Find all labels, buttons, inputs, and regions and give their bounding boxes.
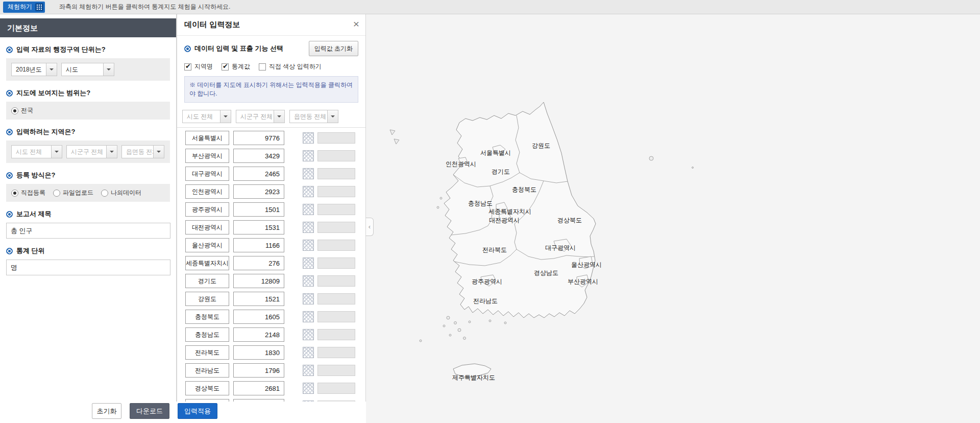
radio-icon[interactable]	[101, 190, 108, 197]
color-swatch[interactable]	[317, 240, 355, 251]
region-value-input[interactable]	[233, 381, 284, 395]
region-value-input[interactable]	[233, 167, 284, 181]
region-name-input[interactable]	[185, 327, 229, 342]
pattern-swatch[interactable]	[303, 275, 314, 287]
radio-icon[interactable]	[11, 190, 18, 197]
color-swatch[interactable]	[317, 168, 355, 179]
display-option[interactable]: 직접 색상 입력하기	[259, 62, 322, 71]
pattern-swatch[interactable]	[303, 222, 314, 233]
region-name-input[interactable]	[185, 274, 229, 288]
color-swatch[interactable]	[317, 150, 355, 161]
region-value-input[interactable]	[233, 310, 284, 324]
checkbox-icon[interactable]	[222, 63, 229, 70]
question-admin-unit: 입력 자료의 행정구역 단위는?	[6, 45, 170, 54]
pattern-swatch[interactable]	[303, 383, 314, 394]
radio-file-upload[interactable]: 파일업로드	[53, 189, 93, 197]
sigungu-select[interactable]: 시군구 전체	[66, 145, 117, 158]
dropdown-arrow-icon	[103, 63, 114, 76]
color-swatch[interactable]	[317, 311, 355, 322]
region-name-input[interactable]	[185, 292, 229, 306]
region-name-input[interactable]	[185, 220, 229, 234]
stat-unit-input[interactable]	[6, 260, 170, 275]
region-name-input[interactable]	[185, 381, 229, 395]
pattern-swatch[interactable]	[303, 150, 314, 161]
checkbox-icon[interactable]	[259, 63, 266, 70]
filter-eupmyeondong-select[interactable]: 읍면동 전체	[289, 110, 338, 123]
radio-direct-register[interactable]: 직접등록	[11, 189, 45, 197]
close-icon[interactable]: ×	[353, 18, 359, 29]
region-value-input[interactable]	[233, 149, 284, 163]
color-swatch[interactable]	[317, 222, 355, 233]
eupmyeondong-select[interactable]: 읍면동 전체	[121, 145, 164, 158]
reset-input-values-button[interactable]: 입력값 초기화	[309, 41, 358, 56]
region-value-input[interactable]	[233, 202, 284, 217]
region-name-input[interactable]	[185, 238, 229, 252]
color-swatch[interactable]	[317, 347, 355, 358]
pattern-swatch[interactable]	[303, 168, 314, 179]
question-admin-unit-label: 입력 자료의 행정구역 단위는?	[16, 45, 106, 54]
apply-input-button[interactable]: 입력적용	[178, 403, 217, 419]
region-name-input[interactable]	[185, 184, 229, 199]
region-data-row	[185, 202, 363, 217]
pattern-swatch[interactable]	[303, 186, 314, 197]
region-value-input[interactable]	[233, 220, 284, 234]
year-select[interactable]: 2018년도	[11, 63, 57, 76]
pattern-swatch[interactable]	[303, 204, 314, 215]
pattern-swatch[interactable]	[303, 347, 314, 358]
pattern-swatch[interactable]	[303, 240, 314, 251]
panel-collapse-handle[interactable]: ‹	[366, 218, 374, 236]
color-swatch[interactable]	[317, 383, 355, 394]
region-value-input[interactable]	[233, 327, 284, 342]
region-name-input[interactable]	[185, 256, 229, 270]
region-value-input[interactable]	[233, 274, 284, 288]
pattern-swatch[interactable]	[303, 329, 314, 340]
try-service-button[interactable]: 체험하기	[3, 2, 45, 13]
map-area[interactable]: 강원도서울특별시인천광역시경기도충청북도충청남도세종특별자치시대전광역시경상북도…	[366, 14, 980, 423]
radio-icon[interactable]	[53, 190, 60, 197]
region-name-input[interactable]	[185, 310, 229, 324]
reset-button[interactable]: 초기화	[92, 403, 121, 419]
region-value-input[interactable]	[233, 345, 284, 360]
region-name-input[interactable]	[185, 363, 229, 378]
pattern-swatch[interactable]	[303, 257, 314, 269]
display-option[interactable]: 지역명	[184, 62, 213, 71]
pattern-swatch[interactable]	[303, 365, 314, 376]
region-name-input[interactable]	[185, 167, 229, 181]
display-option[interactable]: 통계값	[222, 62, 250, 71]
admin-level-select[interactable]: 시도	[61, 63, 114, 76]
color-swatch[interactable]	[317, 329, 355, 340]
color-swatch[interactable]	[317, 275, 355, 287]
region-value-input[interactable]	[233, 363, 284, 378]
region-value-input[interactable]	[233, 292, 284, 306]
region-name-input[interactable]	[185, 202, 229, 217]
region-value-input[interactable]	[233, 131, 284, 145]
pattern-swatch[interactable]	[303, 311, 314, 322]
color-swatch[interactable]	[317, 257, 355, 269]
region-name-input[interactable]	[185, 149, 229, 163]
color-swatch[interactable]	[317, 365, 355, 376]
color-swatch[interactable]	[317, 293, 355, 304]
grid-menu-icon	[35, 3, 43, 11]
pattern-swatch[interactable]	[303, 293, 314, 304]
region-name-input[interactable]	[185, 131, 229, 145]
sido-select[interactable]: 시도 전체	[11, 145, 62, 158]
radio-icon[interactable]	[11, 107, 18, 114]
radio-nationwide[interactable]: 전국	[11, 106, 33, 115]
region-value-input[interactable]	[233, 238, 284, 252]
bullet-icon	[6, 172, 13, 179]
report-title-input[interactable]	[6, 223, 170, 239]
region-value-input[interactable]	[233, 256, 284, 270]
download-button[interactable]: 다운로드	[130, 403, 169, 419]
radio-my-data[interactable]: 나의데이터	[101, 189, 141, 197]
color-swatch[interactable]	[317, 186, 355, 197]
filter-sigungu-select[interactable]: 시군구 전체	[236, 110, 285, 123]
checkbox-icon[interactable]	[184, 63, 191, 70]
filter-sido-select[interactable]: 시도 전체	[182, 110, 231, 123]
bullet-icon	[6, 46, 13, 53]
pattern-swatch[interactable]	[303, 132, 314, 144]
color-swatch[interactable]	[317, 132, 355, 144]
color-swatch[interactable]	[317, 204, 355, 215]
region-value-input[interactable]	[233, 184, 284, 199]
region-list[interactable]	[177, 127, 365, 417]
region-name-input[interactable]	[185, 345, 229, 360]
